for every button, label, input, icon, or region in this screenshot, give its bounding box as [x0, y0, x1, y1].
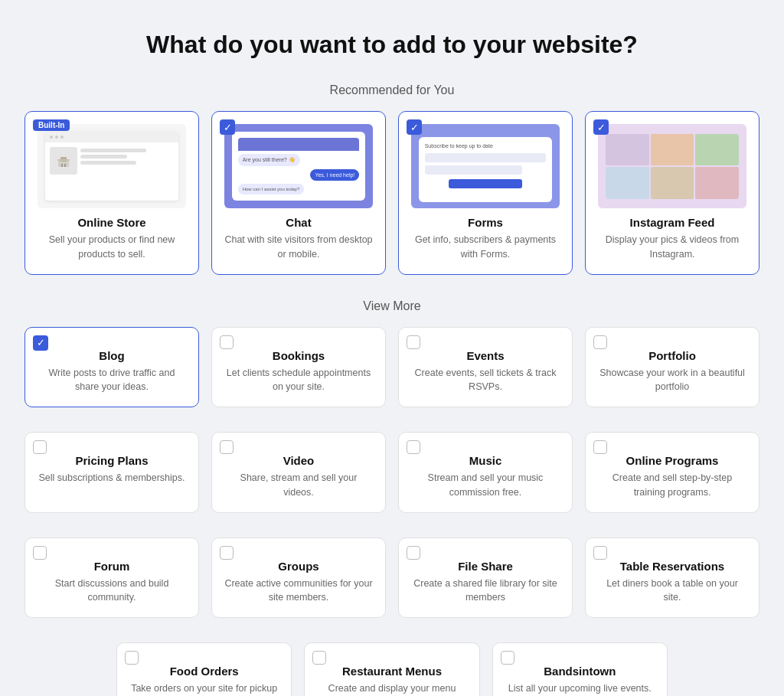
card-bookings[interactable]: Bookings Let clients schedule appointmen…	[211, 327, 386, 408]
recommended-label: Recommended for You	[15, 83, 769, 97]
portfolio-title: Portfolio	[598, 349, 746, 362]
view-more-row-1: ✓ Blog Write posts to drive traffic and …	[24, 327, 760, 408]
card-table-reservations[interactable]: Table Reservations Let diners book a tab…	[585, 538, 760, 619]
table-reservations-title: Table Reservations	[598, 560, 746, 573]
online-store-desc: Sell your products or find new products …	[38, 233, 186, 262]
bandsintown-title: Bandsintown	[505, 665, 655, 678]
chat-desc: Chat with site visitors from desktop or …	[224, 233, 373, 262]
portfolio-desc: Showcase your work in a beautiful portfo…	[598, 366, 746, 395]
restaurant-menus-title: Restaurant Menus	[317, 665, 466, 678]
events-desc: Create events, sell tickets & track RSVP…	[411, 366, 560, 395]
card-online-programs[interactable]: Online Programs Create and sell step-by-…	[585, 432, 760, 513]
online-store-title: Online Store	[38, 216, 186, 229]
events-title: Events	[411, 349, 560, 362]
card-music[interactable]: Music Stream and sell your music commiss…	[398, 432, 573, 513]
groups-desc: Create active communities for your site …	[224, 577, 373, 606]
built-in-badge: Built-In	[33, 119, 70, 131]
recommended-grid: Built-In	[24, 111, 760, 275]
pricing-plans-title: Pricing Plans	[38, 454, 186, 467]
file-share-checkbox[interactable]	[407, 546, 420, 560]
file-share-desc: Create a shared file library for site me…	[411, 577, 560, 606]
instagram-feed-title: Instagram Feed	[598, 216, 746, 229]
card-portfolio[interactable]: Portfolio Showcase your work in a beauti…	[585, 327, 760, 408]
card-bandsintown[interactable]: Bandsintown List all your upcoming live …	[492, 642, 668, 696]
bookings-checkbox[interactable]	[220, 335, 234, 349]
online-programs-desc: Create and sell step-by-step training pr…	[598, 471, 746, 500]
card-online-store[interactable]: Built-In	[24, 111, 199, 275]
online-programs-title: Online Programs	[598, 454, 746, 467]
forum-title: Forum	[38, 560, 186, 573]
card-instagram-feed[interactable]: ✓ Instagram Feed Display your pics & vid…	[585, 111, 760, 275]
chat-checkbox[interactable]: ✓	[220, 119, 235, 135]
online-store-preview	[38, 124, 186, 208]
blog-desc: Write posts to drive traffic and share y…	[38, 366, 186, 395]
card-food-orders[interactable]: Food Orders Take orders on your site for…	[116, 642, 292, 696]
file-share-title: File Share	[411, 560, 560, 573]
food-orders-title: Food Orders	[129, 665, 279, 678]
page-title: What do you want to add to your website?	[15, 31, 769, 59]
view-more-row-3: Forum Start discussions and build commun…	[24, 538, 760, 619]
view-more-label: View More	[15, 299, 769, 313]
card-events[interactable]: Events Create events, sell tickets & tra…	[398, 327, 573, 408]
card-restaurant-menus[interactable]: Restaurant Menus Create and display your…	[304, 642, 479, 696]
card-file-share[interactable]: File Share Create a shared file library …	[398, 538, 573, 619]
music-title: Music	[411, 454, 560, 467]
instagram-checkbox[interactable]: ✓	[593, 119, 609, 135]
instagram-preview	[598, 124, 746, 208]
blog-title: Blog	[38, 349, 186, 362]
card-forum[interactable]: Forum Start discussions and build commun…	[24, 538, 199, 619]
svg-rect-2	[57, 159, 70, 161]
view-more-row-2: Pricing Plans Sell subscriptions & membe…	[24, 432, 760, 513]
forms-title: Forms	[411, 216, 560, 229]
music-checkbox[interactable]	[407, 440, 420, 454]
card-forms[interactable]: ✓ Subscribe to keep up to date Forms Get…	[398, 111, 573, 275]
svg-rect-4	[64, 164, 66, 167]
video-desc: Share, stream and sell your videos.	[224, 471, 373, 500]
svg-rect-3	[61, 164, 63, 167]
bandsintown-checkbox[interactable]	[501, 651, 514, 665]
card-pricing-plans[interactable]: Pricing Plans Sell subscriptions & membe…	[24, 432, 199, 513]
pricing-plans-desc: Sell subscriptions & memberships.	[38, 471, 186, 485]
music-desc: Stream and sell your music commission fr…	[411, 471, 560, 500]
video-checkbox[interactable]	[220, 440, 234, 454]
portfolio-checkbox[interactable]	[593, 335, 607, 349]
events-checkbox[interactable]	[407, 335, 420, 349]
food-orders-checkbox[interactable]	[125, 651, 139, 665]
restaurant-menus-checkbox[interactable]	[312, 651, 326, 665]
bandsintown-desc: List all your upcoming live events.	[505, 681, 655, 696]
forum-checkbox[interactable]	[33, 546, 47, 560]
forms-desc: Get info, subscribers & payments with Fo…	[411, 233, 560, 262]
card-blog[interactable]: ✓ Blog Write posts to drive traffic and …	[24, 327, 199, 408]
groups-title: Groups	[224, 560, 373, 573]
video-title: Video	[224, 454, 373, 467]
pricing-plans-checkbox[interactable]	[33, 440, 47, 454]
chat-title: Chat	[224, 216, 373, 229]
online-programs-checkbox[interactable]	[593, 440, 607, 454]
groups-checkbox[interactable]	[220, 546, 234, 560]
blog-checkbox[interactable]: ✓	[33, 335, 48, 351]
instagram-feed-desc: Display your pics & videos from Instagra…	[598, 233, 746, 262]
table-reservations-checkbox[interactable]	[593, 546, 607, 560]
bottom-row: Food Orders Take orders on your site for…	[116, 642, 668, 696]
food-orders-desc: Take orders on your site for pickup or d…	[129, 681, 279, 696]
card-chat[interactable]: ✓ Are you still there? 👋 Yes, I need hel…	[211, 111, 386, 275]
bookings-desc: Let clients schedule appointments on you…	[224, 366, 373, 395]
restaurant-menus-desc: Create and display your menu online.	[317, 681, 466, 696]
forum-desc: Start discussions and build community.	[38, 577, 186, 606]
table-reservations-desc: Let diners book a table on your site.	[598, 577, 746, 606]
forms-checkbox[interactable]: ✓	[407, 119, 422, 135]
card-groups[interactable]: Groups Create active communities for you…	[211, 538, 386, 619]
bookings-title: Bookings	[224, 349, 373, 362]
card-video[interactable]: Video Share, stream and sell your videos…	[211, 432, 386, 513]
chat-preview: Are you still there? 👋 Yes, I need help!…	[224, 124, 373, 208]
forms-preview: Subscribe to keep up to date	[411, 124, 560, 208]
